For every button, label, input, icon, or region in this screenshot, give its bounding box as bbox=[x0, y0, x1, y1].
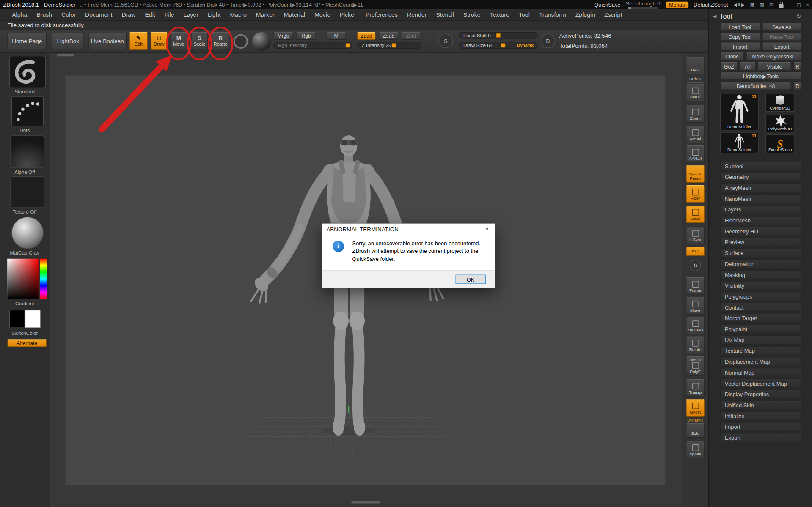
subpalette-header[interactable]: Subtool bbox=[720, 162, 802, 171]
rotate-button[interactable]: R Rotate bbox=[212, 32, 229, 50]
paste-tool-button[interactable]: Paste Tool bbox=[762, 33, 802, 41]
zadd-button[interactable]: Zadd bbox=[357, 32, 376, 40]
goz-button[interactable]: GoZ bbox=[720, 62, 738, 71]
lock-icon[interactable] bbox=[779, 4, 784, 8]
subpalette-header[interactable]: Texture Map bbox=[720, 346, 802, 356]
goz-all-button[interactable]: All bbox=[740, 62, 756, 71]
subpalette-header[interactable]: Polypaint bbox=[720, 324, 802, 334]
material-preview-sphere[interactable] bbox=[252, 32, 271, 51]
current-tool-button[interactable]: DemoSoldier. 48 bbox=[720, 82, 791, 90]
menu-item[interactable]: Material bbox=[279, 12, 310, 18]
xyz-button[interactable]: XYZ bbox=[686, 247, 705, 256]
current-stroke-thumbnail[interactable] bbox=[11, 96, 44, 126]
menu-item[interactable]: File bbox=[160, 12, 179, 18]
aahalf-button[interactable]: AAHalf bbox=[686, 145, 705, 163]
scale-button[interactable]: S Scale bbox=[191, 32, 208, 50]
tray-collapse-icon[interactable]: ◀ bbox=[713, 14, 716, 19]
lsym-button[interactable]: L.Sym bbox=[686, 227, 705, 244]
subpalette-header[interactable]: Import bbox=[720, 422, 802, 431]
bpr-button[interactable]: BPR bbox=[686, 57, 705, 75]
subpalette-header[interactable]: Contact bbox=[720, 303, 802, 312]
dynamic-d-dial-icon[interactable]: D bbox=[541, 34, 555, 48]
rgb-button[interactable]: Rgb bbox=[296, 32, 316, 40]
quicksave-button[interactable]: QuickSave bbox=[594, 2, 620, 8]
menu-item[interactable]: Document bbox=[80, 12, 117, 18]
subpalette-header[interactable]: Polygroups bbox=[720, 292, 802, 301]
zscript-button[interactable]: DefaultZScript bbox=[694, 2, 728, 8]
current-brush-thumbnail[interactable] bbox=[9, 56, 46, 88]
transp-button[interactable]: Transp bbox=[686, 379, 705, 397]
demosoldier2-thumbnail[interactable]: 11 DemoSoldier bbox=[720, 132, 759, 153]
active-tool-thumbnail[interactable]: 11 DemoSoldier bbox=[720, 93, 759, 130]
frame-button[interactable]: Frame bbox=[686, 277, 705, 295]
texture-thumbnail[interactable] bbox=[11, 176, 44, 208]
simplebrush-thumbnail[interactable]: S SimpleBrush bbox=[765, 134, 795, 153]
menu-item[interactable]: Preferences bbox=[361, 12, 402, 18]
move3d-button[interactable]: Move bbox=[686, 297, 705, 315]
menu-item[interactable]: Render bbox=[402, 12, 431, 18]
hue-strip[interactable] bbox=[40, 259, 47, 299]
persp-button[interactable]: DynamicPersp bbox=[686, 165, 705, 183]
gyro-icon[interactable]: ↻ bbox=[690, 260, 701, 271]
subpalette-header[interactable]: Morph Target bbox=[720, 313, 802, 323]
menu-item[interactable]: Marker bbox=[251, 12, 279, 18]
live-boolean-button[interactable]: Live Boolean bbox=[88, 33, 127, 49]
menus-button[interactable]: Menus bbox=[666, 1, 688, 8]
xpose-button[interactable]: Xpose bbox=[686, 441, 705, 458]
zcut-button[interactable]: Zcut bbox=[402, 32, 420, 40]
menu-item[interactable]: Brush bbox=[32, 12, 57, 18]
subpalette-header[interactable]: FiberMesh bbox=[720, 216, 802, 225]
subpalette-header[interactable]: Surface bbox=[720, 248, 802, 258]
menu-item[interactable]: Edit bbox=[140, 12, 160, 18]
polyf-button[interactable]: Line FillPolyF bbox=[686, 356, 705, 376]
subpalette-header[interactable]: Masking bbox=[720, 270, 802, 280]
subpalette-header[interactable]: Visibility bbox=[720, 281, 802, 290]
zoom-button[interactable]: Zoom bbox=[686, 105, 705, 123]
subpalette-header[interactable]: Displacement Map bbox=[720, 357, 802, 366]
make-polymesh3d-button[interactable]: Make PolyMesh3D bbox=[746, 52, 801, 61]
material-thumbnail[interactable] bbox=[11, 217, 44, 249]
subpalette-header[interactable]: UV Map bbox=[720, 335, 802, 345]
lightbox-button[interactable]: LightBox bbox=[52, 33, 84, 49]
rotate3d-button[interactable]: Rotate bbox=[686, 336, 705, 354]
goz-visible-button[interactable]: Visible bbox=[757, 62, 791, 71]
spix-label[interactable]: SPix 3 bbox=[682, 77, 708, 81]
floor-button[interactable]: Floor bbox=[686, 185, 705, 203]
layout-split-icon[interactable]: ▥ bbox=[760, 2, 764, 7]
menu-item[interactable]: Tool bbox=[514, 12, 534, 18]
z-intensity-slider[interactable]: Z Intensity 25 bbox=[357, 42, 421, 49]
draw-button[interactable]: ∷ Draw bbox=[151, 32, 168, 50]
menu-item[interactable]: Texture bbox=[485, 12, 514, 18]
menu-item[interactable]: Draw bbox=[117, 12, 140, 18]
polymesh3d-thumbnail[interactable]: PolyMesh3D bbox=[765, 114, 795, 132]
alpha-thumbnail[interactable] bbox=[11, 136, 44, 168]
menu-item[interactable]: Stencil bbox=[431, 12, 458, 18]
zsub-button[interactable]: Zsub bbox=[379, 32, 399, 40]
dialog-close-icon[interactable]: × bbox=[479, 225, 495, 233]
subpalette-header[interactable]: Unified Skin bbox=[720, 400, 802, 410]
subpalette-header[interactable]: Preview bbox=[720, 238, 802, 247]
ok-button[interactable]: OK bbox=[456, 275, 486, 284]
tool-r-button[interactable]: R bbox=[793, 82, 802, 90]
actual-button[interactable]: Actual bbox=[686, 126, 705, 143]
menu-item[interactable]: Layer bbox=[179, 12, 203, 18]
subpalette-header[interactable]: Geometry bbox=[720, 172, 802, 181]
goz-r-button[interactable]: R bbox=[793, 62, 802, 71]
palette-history-icon[interactable]: ↻ bbox=[796, 12, 801, 19]
m-button[interactable]: M bbox=[326, 32, 346, 40]
home-page-button[interactable]: Home Page bbox=[7, 33, 47, 49]
minimize-icon[interactable]: – bbox=[789, 2, 791, 7]
subpalette-header[interactable]: Layers bbox=[720, 205, 802, 214]
import-button[interactable]: Import bbox=[720, 42, 760, 51]
subpalette-header[interactable]: Geometry HD bbox=[720, 227, 802, 236]
menu-item[interactable]: Movie bbox=[310, 12, 335, 18]
dynamic-draw-size-label[interactable]: Dynamic bbox=[517, 43, 534, 48]
subpalette-header[interactable]: Export bbox=[720, 433, 802, 442]
menu-item[interactable]: Macro bbox=[226, 12, 251, 18]
alternate-button[interactable]: Alternate bbox=[7, 339, 47, 347]
zoom3d-button[interactable]: Zoom3D bbox=[686, 317, 705, 334]
cylinder3d-thumbnail[interactable]: Cylinder3D bbox=[765, 93, 795, 112]
menu-item[interactable]: Light bbox=[203, 12, 226, 18]
focal-shift-slider[interactable]: Focal Shift 0 bbox=[459, 32, 537, 39]
subpalette-header[interactable]: Vector Displacement Map bbox=[720, 379, 802, 388]
